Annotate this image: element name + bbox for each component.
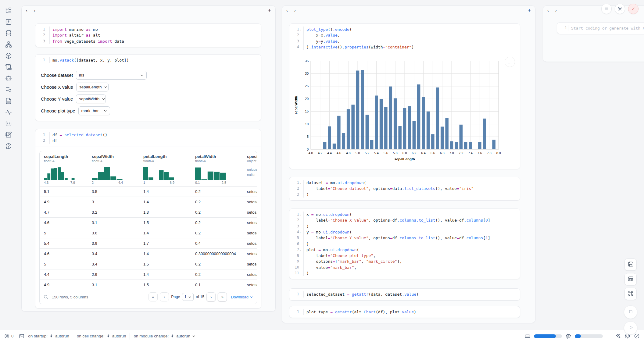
on-module-change--setting[interactable]: on module change:autorun — [134, 334, 195, 338]
fold-gutter — [299, 291, 302, 297]
network-icon[interactable] — [5, 41, 12, 48]
code-line: 1mo.vstack([dataset, x, y, plot]) — [37, 57, 258, 63]
help-circle-icon[interactable] — [5, 143, 12, 149]
code-editor[interactable]: 1⌄plot_type().encode(2 x=x.value,3 y=y.v… — [289, 24, 520, 53]
add-cell-button[interactable]: + — [268, 7, 271, 13]
function-square-icon[interactable] — [5, 19, 12, 25]
code-editor[interactable]: 1selected_dataset = getattr(data, datase… — [289, 289, 520, 300]
stop-button[interactable] — [624, 305, 637, 319]
on-startup--setting[interactable]: on startup:autorun — [28, 334, 69, 338]
column-dtype: float64 — [195, 159, 243, 163]
code-text: label="Choose plot type", — [303, 253, 376, 258]
code-editor[interactable]: 1df = selected_dataset()2df — [35, 129, 261, 147]
column-header-sepallength[interactable]: sepalLengthfloat644.37.9 — [40, 154, 88, 184]
svg-text:7.0: 7.0 — [449, 151, 454, 155]
on-cell-change--setting[interactable]: on cell change:autorun — [77, 334, 126, 338]
column-next-button[interactable]: › — [34, 8, 42, 13]
code-text: from vega_datasets import data — [49, 38, 124, 44]
cell-value: 4.9 — [40, 200, 88, 204]
code-editor[interactable]: 1plot_type = getattr(alt.Chart(df), plot… — [289, 306, 520, 318]
fold-chevron-icon[interactable]: ⌄ — [299, 180, 302, 186]
svg-text:7.2: 7.2 — [459, 151, 463, 155]
cell-value: 3.5 — [88, 189, 139, 194]
list-search-icon[interactable] — [5, 86, 12, 93]
table-row[interactable]: 4.73.21.30.2setosa — [40, 207, 257, 217]
generate-link[interactable]: generate — [609, 26, 628, 30]
table-scroll-area[interactable]: sepalLengthfloat644.37.9sepalWidthfloat6… — [40, 151, 257, 290]
code-editor[interactable]: 1mo.vstack([dataset, x, y, plot]) — [35, 55, 261, 66]
save-button[interactable] — [624, 258, 637, 271]
menu-button[interactable] — [601, 4, 612, 14]
choose-y-value-select[interactable]: sepalWidth — [76, 94, 106, 103]
histogram-range: 0.12.5 — [195, 181, 226, 184]
search-icon[interactable] — [43, 294, 48, 299]
bot-message-icon[interactable] — [5, 75, 12, 82]
column-prev-button[interactable]: ‹ — [547, 8, 555, 13]
column-header-species[interactable]: speciesobjectuniquenulls: — [243, 154, 257, 184]
shortcuts-button[interactable] — [624, 288, 637, 300]
code-line: 1import marimo as mo — [37, 27, 258, 32]
column-next-button[interactable]: › — [555, 8, 563, 13]
run-button[interactable] — [624, 321, 637, 335]
code-text: y = mo.ui.dropdown( — [303, 229, 352, 235]
package-icon[interactable] — [5, 52, 12, 59]
fold-chevron-icon[interactable]: ⌄ — [299, 27, 302, 32]
table-row[interactable]: 5.13.51.40.2setosa — [40, 186, 257, 197]
code-editor[interactable]: 1⌄x = mo.ui.dropdown(2 label="Choose X v… — [289, 209, 520, 279]
column-prev-button[interactable]: ‹ — [26, 8, 34, 13]
notebook-pen-icon[interactable] — [5, 131, 12, 138]
table-row[interactable]: 4.63.41.40.30000000000000004setosa — [40, 248, 257, 259]
code-editor[interactable]: 1⌄dataset = mo.ui.dropdown(2 label="Choo… — [289, 177, 520, 200]
prev-page-button[interactable]: ‹ — [160, 292, 169, 301]
code-square-icon[interactable] — [5, 120, 12, 127]
xy-plot-dropdowns-cell: 1⌄x = mo.ui.dropdown(2 label="Choose X v… — [289, 208, 520, 279]
table-row[interactable]: 4.42.91.40.2setosa — [40, 269, 257, 280]
table-row[interactable]: 4.93.11.50.1setosa — [40, 280, 257, 290]
cell-value: 3.9 — [88, 241, 139, 246]
table-row[interactable]: 53.41.50.2setosa — [40, 259, 257, 269]
fold-chevron-icon[interactable]: ⌄ — [299, 229, 302, 235]
chart-actions-button[interactable]: ... — [505, 57, 515, 67]
download-button[interactable]: Download — [231, 295, 253, 299]
terminal-button[interactable] — [19, 333, 24, 339]
choose-dataset-select[interactable]: iris — [76, 71, 147, 80]
first-page-button[interactable]: « — [148, 292, 158, 301]
next-page-button[interactable]: › — [206, 292, 216, 301]
vstack-cell-output: Choose datasetirisChoose X valuesepalLen… — [35, 66, 261, 121]
column-header-petalwidth[interactable]: petalWidthfloat640.12.5 — [191, 154, 243, 184]
page-number-select[interactable]: 1 — [182, 293, 194, 301]
fold-chevron-icon[interactable]: ⌄ — [299, 212, 302, 217]
chevron-down-icon — [102, 97, 105, 101]
settings-button[interactable] — [615, 4, 625, 14]
line-number: 1 — [37, 132, 45, 138]
svg-text:6.0: 6.0 — [402, 151, 407, 155]
table-row[interactable]: 4.63.11.50.2setosa — [40, 217, 257, 228]
error-count-badge[interactable]: 0 — [4, 333, 13, 339]
column-prev-button[interactable]: ‹ — [286, 8, 294, 13]
scroll-text-icon[interactable] — [5, 64, 12, 70]
column-next-button[interactable]: › — [294, 8, 302, 13]
svg-text:4.0: 4.0 — [309, 151, 313, 155]
table-row[interactable]: 4.931.40.2setosa — [40, 197, 257, 207]
last-page-button[interactable]: » — [218, 292, 227, 301]
line-number: 3 — [291, 192, 299, 198]
column-header-petallength[interactable]: petalLengthfloat6416.9 — [139, 154, 191, 184]
code-editor[interactable]: 1import marimo as mo2import altair as al… — [35, 24, 261, 47]
column-header-sepalwidth[interactable]: sepalWidthfloat6424.4 — [88, 154, 139, 184]
activity-icon[interactable] — [5, 109, 12, 116]
choose-plot-type-select[interactable]: mark_bar — [78, 106, 110, 115]
cpu-usage-meter — [575, 334, 603, 338]
sparkles-icon[interactable] — [615, 333, 621, 339]
file-text-icon[interactable] — [5, 98, 12, 104]
table-row[interactable]: 53.61.40.2setosa — [40, 228, 257, 238]
choose-x-value-select[interactable]: sepalLength — [76, 83, 109, 91]
file-tree-icon[interactable] — [5, 7, 12, 14]
database-icon[interactable] — [5, 30, 12, 37]
fold-chevron-icon[interactable]: ⌄ — [299, 247, 302, 253]
shutdown-button[interactable] — [628, 4, 639, 14]
table-row[interactable]: 5.43.91.70.4setosa — [40, 238, 257, 248]
add-cell-button[interactable]: + — [528, 7, 531, 13]
layout-button[interactable] — [624, 273, 637, 285]
empty-code-cell[interactable]: 1 Start coding or generate with AI. — [557, 22, 644, 34]
cell-value: 4.7 — [40, 210, 88, 215]
